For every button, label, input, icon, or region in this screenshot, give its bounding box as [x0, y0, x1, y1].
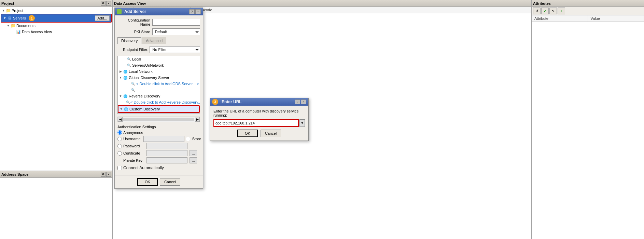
- dtree-add-gds[interactable]: 🔍 < Double click to Add GDS Server... >: [118, 81, 200, 87]
- servers-row[interactable]: ▼ 🖥 Servers 1 Add...: [1, 14, 112, 23]
- discovery-scrollbar[interactable]: ◀ ▶: [117, 117, 200, 122]
- scroll-track[interactable]: [123, 118, 194, 121]
- check-button[interactable]: ✓: [541, 8, 549, 14]
- auth-certificate-radio[interactable]: [117, 151, 122, 156]
- tab-advanced[interactable]: Advanced: [142, 37, 166, 44]
- expand-servers[interactable]: ▼: [3, 16, 7, 20]
- local-network-icon: 🌐: [123, 69, 128, 74]
- address-space-panel: Address Space ⧉ ×: [0, 171, 112, 239]
- expand-custom[interactable]: ▼: [119, 107, 123, 111]
- custom-icon: 🌐: [123, 107, 129, 111]
- expand-project[interactable]: ▼: [1, 9, 5, 13]
- auth-username-row: Username Store: [117, 136, 200, 142]
- custom-label: Custom Discovery: [129, 107, 160, 111]
- add-server-dialog-footer: OK Cancel: [115, 175, 203, 188]
- gds-icon: 🌐: [123, 75, 128, 80]
- add-server-dialog-content: Configuration Name PKI Store Default Dis…: [115, 15, 203, 175]
- connect-auto-checkbox[interactable]: [117, 166, 122, 170]
- tree-item-documents[interactable]: ▼ 📁 Documents: [1, 23, 112, 29]
- auth-password-label: Password: [123, 144, 144, 148]
- servers-label: Servers: [13, 16, 26, 20]
- project-tree: ▼ 📁 Project ▼ 🖥 Servers 1 Add... ▼ 📁 Doc…: [0, 7, 112, 171]
- add-server-cancel-btn[interactable]: Cancel: [160, 178, 180, 186]
- address-space-title: Address Space: [1, 172, 28, 176]
- dav-label: Data Access View: [22, 30, 52, 34]
- dtree-gds[interactable]: ▼ 🌐 Global Discovery Server: [118, 75, 200, 81]
- attributes-title: Attributes: [533, 1, 551, 5]
- endpoint-filter-label: Endpoint Filter:: [117, 48, 148, 52]
- password-input[interactable]: [146, 143, 187, 149]
- tree-item-project[interactable]: ▼ 📁 Project: [1, 8, 112, 14]
- pki-store-select[interactable]: Default: [152, 28, 200, 35]
- dtree-custom[interactable]: ▼ 🌐 Custom Discovery: [118, 105, 200, 113]
- cursor-button[interactable]: ↖: [549, 8, 557, 14]
- connect-auto-row: Connect Automatically: [117, 165, 200, 170]
- expand-documents[interactable]: ▼: [6, 24, 10, 28]
- config-name-input[interactable]: [152, 19, 200, 26]
- connect-auto-label: Connect Automatically: [123, 165, 164, 170]
- add-reverse-icon: 🔍: [126, 100, 130, 105]
- add-server-tabs: Discovery Advanced: [117, 37, 200, 44]
- privatekey-browse-btn[interactable]: ...: [190, 157, 197, 163]
- expand-dav: [12, 30, 16, 34]
- dtree-reverse[interactable]: ▼ 🌐 Reverse Discovery: [118, 93, 200, 99]
- add-server-button[interactable]: Add...: [95, 15, 110, 21]
- local-network-label: Local Network: [129, 69, 153, 74]
- privatekey-input[interactable]: [146, 157, 187, 163]
- add-server-dialog[interactable]: Add Server ? × Configuration Name PKI St…: [114, 8, 203, 189]
- add-server-close-btn[interactable]: ×: [195, 9, 201, 14]
- scroll-right-arrow[interactable]: ▶: [195, 117, 200, 122]
- reverse-icon: 🌐: [123, 94, 128, 98]
- auth-username-radio[interactable]: [117, 137, 122, 141]
- dav-icon: 📊: [16, 29, 21, 35]
- add-attribute-button[interactable]: +: [558, 8, 565, 14]
- project-panel-header: Project ⧉ ×: [0, 0, 112, 7]
- expand-local-network[interactable]: ▶: [118, 70, 123, 73]
- tree-item-dav[interactable]: 📊 Data Access View: [1, 29, 112, 35]
- panel-close-icon[interactable]: ×: [106, 1, 111, 6]
- dtree-servers-on-network[interactable]: 🔍 ServersOnNetwork: [118, 62, 200, 68]
- certificate-input[interactable]: [146, 150, 187, 156]
- dav-header: Data Access View: [113, 0, 531, 7]
- config-name-label: Configuration Name: [117, 18, 150, 26]
- refresh-button[interactable]: ↺: [533, 8, 541, 14]
- auth-password-radio[interactable]: [117, 144, 122, 148]
- panel-float-icon[interactable]: ⧉: [101, 1, 106, 6]
- address-space-float-icon[interactable]: ⧉: [101, 172, 106, 177]
- tab-discovery[interactable]: Discovery: [117, 37, 141, 44]
- add-server-dialog-icon: [117, 9, 122, 14]
- expand-reverse[interactable]: ▼: [118, 94, 123, 98]
- auth-title: Authentication Settings: [117, 125, 200, 129]
- certificate-browse-btn[interactable]: ...: [190, 150, 197, 156]
- add-server-ok-btn[interactable]: OK: [137, 178, 158, 186]
- scroll-left-arrow[interactable]: ◀: [118, 117, 123, 122]
- dtree-local-network[interactable]: ▶ 🌐 Local Network: [118, 68, 200, 75]
- dtree-add-reverse[interactable]: 🔍 < Double click to Add Reverse Discover…: [118, 99, 200, 105]
- discovery-tree: 🔍 Local 🔍 ServersOnNetwork ▶ 🌐 Local Net…: [117, 56, 200, 114]
- panel-header-controls: ⧉ ×: [101, 1, 111, 6]
- store-label: Store: [192, 137, 201, 141]
- reverse-label: Reverse Discovery: [129, 94, 160, 98]
- dtree-local[interactable]: 🔍 Local: [118, 56, 200, 62]
- endpoint-filter-row: Endpoint Filter: No Filter: [117, 46, 200, 53]
- attributes-content: [532, 22, 644, 239]
- auth-certificate-row: Certificate ...: [117, 150, 200, 156]
- dtree-gds-search[interactable]: 🔍: [118, 87, 200, 93]
- add-server-dialog-title: Add Server: [117, 9, 146, 14]
- project-panel: Project ⧉ × ▼ 📁 Project ▼ 🖥 Servers 1 Ad…: [0, 0, 113, 239]
- pki-store-label: PKI Store: [117, 30, 150, 34]
- step1-badge: 1: [29, 15, 35, 21]
- address-space-close-icon[interactable]: ×: [106, 172, 111, 177]
- add-gds-label: < Double click to Add GDS Server... >: [136, 82, 199, 86]
- endpoint-filter-select[interactable]: No Filter: [150, 46, 200, 53]
- sons-icon: 🔍: [126, 63, 131, 68]
- config-name-row: Configuration Name: [117, 18, 200, 26]
- step2-badge: 2: [191, 114, 197, 114]
- expand-gds[interactable]: ▼: [118, 76, 123, 79]
- address-space-header: Address Space ⧉ ×: [0, 171, 112, 178]
- username-input[interactable]: [143, 136, 184, 142]
- dtree-add-custom[interactable]: 🔍 < Double click to Add Server... > 2: [118, 113, 200, 114]
- auth-anonymous-radio[interactable]: [117, 130, 122, 135]
- store-checkbox[interactable]: [186, 137, 190, 141]
- add-server-help-btn[interactable]: ?: [189, 9, 195, 14]
